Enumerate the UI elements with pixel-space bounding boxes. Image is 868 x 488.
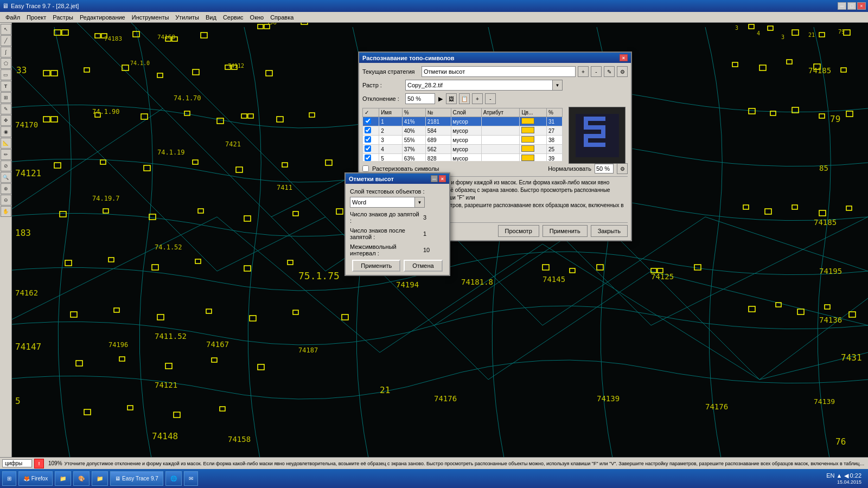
svg-text:21: 21 xyxy=(808,32,815,38)
tool-pencil[interactable]: ✏ xyxy=(1,149,11,160)
svg-text:183: 183 xyxy=(15,228,31,238)
sub-apply-button[interactable]: Применить xyxy=(352,260,400,272)
settings-strategy-btn[interactable]: ⚙ xyxy=(617,66,628,77)
svg-text:7411.52: 7411.52 xyxy=(155,332,187,341)
layer-input[interactable] xyxy=(350,197,415,208)
deviation-add-btn[interactable]: + xyxy=(472,93,483,104)
row4-attr xyxy=(481,145,520,154)
table-row[interactable]: 3 55% 689 мусор 38 xyxy=(363,136,563,145)
row1-check[interactable] xyxy=(365,118,371,124)
paint-task[interactable]: 🎨 xyxy=(73,471,90,486)
close-button[interactable]: Закрыть xyxy=(591,225,628,237)
normalize-input[interactable] xyxy=(595,164,614,174)
tool-eraser[interactable]: ⊘ xyxy=(1,160,11,171)
raster-label: Растр : xyxy=(362,82,403,88)
chrome-task[interactable]: 🌐 xyxy=(165,471,182,486)
tool-curve[interactable]: ∫ xyxy=(1,47,11,57)
row4-name: 4 xyxy=(379,145,402,154)
svg-text:74162: 74162 xyxy=(15,288,38,297)
start-button[interactable]: ⊞ xyxy=(2,471,16,486)
row4-check[interactable] xyxy=(365,145,371,152)
tool-move[interactable]: ✥ xyxy=(1,115,11,126)
strategy-dropdown[interactable]: Отметки высот xyxy=(422,66,576,77)
titlebar: 🖥 Easy Trace 9.7 - [28,2.jet] ─ □ × xyxy=(0,0,868,12)
deviation-view-btn[interactable]: 🖼 xyxy=(446,93,457,104)
row2-attr xyxy=(481,126,520,136)
tool-snap[interactable]: ◉ xyxy=(1,126,11,137)
restore-button[interactable]: □ xyxy=(847,2,856,10)
menu-window[interactable]: Окно xyxy=(247,13,267,22)
table-row[interactable]: 2 40% 584 мусор 27 xyxy=(363,126,563,136)
raster-dropdown[interactable]: Copy_28.2.tif xyxy=(405,80,553,91)
tool-select[interactable]: ⊞ xyxy=(1,92,11,103)
row2-check[interactable] xyxy=(365,127,371,133)
menu-view[interactable]: Вид xyxy=(202,13,220,22)
svg-rect-158 xyxy=(588,125,592,130)
row5-pct2: 39 xyxy=(546,154,562,162)
layer-label: Слой текстовых объектов : xyxy=(350,188,445,195)
menu-utils[interactable]: Утилиты xyxy=(172,13,202,22)
tool-zoom-in[interactable]: ⊕ xyxy=(1,183,11,194)
tool-hand[interactable]: ✋ xyxy=(1,206,11,217)
menu-service[interactable]: Сервис xyxy=(220,13,247,22)
main-dialog-close[interactable]: × xyxy=(620,54,628,61)
tool-line[interactable]: ╱ xyxy=(1,35,11,46)
rasterize-label: Растеризовать символы xyxy=(372,165,439,172)
menu-file[interactable]: Файл xyxy=(2,13,23,22)
deviation-input[interactable] xyxy=(405,93,435,104)
sub-close-btn[interactable]: × xyxy=(439,175,446,182)
deviation-del-btn[interactable]: - xyxy=(485,93,496,104)
menu-tools[interactable]: Инструменты xyxy=(129,13,173,22)
mail-task[interactable]: ✉ xyxy=(184,471,198,486)
remove-strategy-btn[interactable]: - xyxy=(591,66,602,77)
svg-text:74158: 74158 xyxy=(228,435,251,444)
svg-text:74194: 74194 xyxy=(396,280,419,289)
firefox-task[interactable]: 🦊 Firefox xyxy=(18,471,53,486)
preview-button[interactable]: Просмотр xyxy=(498,225,539,237)
svg-rect-168 xyxy=(601,134,605,138)
menu-project[interactable]: Проект xyxy=(23,13,49,22)
svg-text:76: 76 xyxy=(835,436,846,447)
menu-edit[interactable]: Редактирование xyxy=(76,13,129,22)
after-comma-row: Число знаков после запятой : 1 xyxy=(350,227,445,240)
row1-pct: 41% xyxy=(402,117,425,126)
rasterize-checkbox[interactable] xyxy=(362,165,369,172)
layer-dropdown-arrow[interactable]: ▼ xyxy=(415,197,425,208)
svg-text:74185: 74185 xyxy=(808,66,831,75)
close-button[interactable]: × xyxy=(857,2,866,10)
easytrace-task[interactable]: 🖥 Easy Trace 9.7 xyxy=(110,471,163,486)
col-color: Цв... xyxy=(520,108,547,117)
table-row[interactable]: 5 63% 828 мусор 39 xyxy=(363,154,563,162)
menu-rasters[interactable]: Растры xyxy=(49,13,76,22)
tool-edit[interactable]: ✎ xyxy=(1,104,11,114)
add-strategy-btn[interactable]: + xyxy=(578,66,589,77)
tool-pointer[interactable]: ↖ xyxy=(1,24,11,35)
minimize-button[interactable]: ─ xyxy=(838,2,846,10)
table-row[interactable]: 1 41% 2181 мусор 31 xyxy=(363,117,563,126)
tool-zoom[interactable]: 🔍 xyxy=(1,172,11,183)
raster-dropdown-arrow[interactable]: ▼ xyxy=(553,80,563,91)
tool-rect[interactable]: ▭ xyxy=(1,69,11,80)
deviation-copy-btn[interactable]: 📋 xyxy=(459,93,470,104)
tool-zoom-out[interactable]: ⊖ xyxy=(1,195,11,206)
row3-check[interactable] xyxy=(365,136,371,143)
sub-cancel-button[interactable]: Отмена xyxy=(404,260,442,272)
explorer-task[interactable]: 📁 xyxy=(55,471,71,486)
symbols-table: ✓ Имя % № Слой Атрибут Цв... % 1 41% xyxy=(362,108,563,161)
svg-text:74147: 74147 xyxy=(15,342,41,352)
folder-task[interactable]: 📁 xyxy=(92,471,108,486)
menu-help[interactable]: Справка xyxy=(267,13,297,22)
apply-button[interactable]: Применить xyxy=(542,225,588,237)
tool-poly[interactable]: ⬠ xyxy=(1,58,11,69)
sub-dialog-titlebar: Отметки высот ─ × xyxy=(346,174,449,184)
normalize-btn[interactable]: ⚙ xyxy=(617,163,628,174)
tool-text[interactable]: T xyxy=(1,81,11,92)
svg-text:3: 3 xyxy=(781,34,784,40)
tool-measure[interactable]: 📐 xyxy=(1,138,11,149)
row5-check[interactable] xyxy=(365,155,371,161)
row3-attr xyxy=(481,136,520,145)
table-row[interactable]: 4 37% 562 мусор 25 xyxy=(363,145,563,154)
rename-strategy-btn[interactable]: ✎ xyxy=(604,66,615,77)
svg-rect-165 xyxy=(588,134,592,138)
sub-min-btn[interactable]: ─ xyxy=(431,175,438,182)
